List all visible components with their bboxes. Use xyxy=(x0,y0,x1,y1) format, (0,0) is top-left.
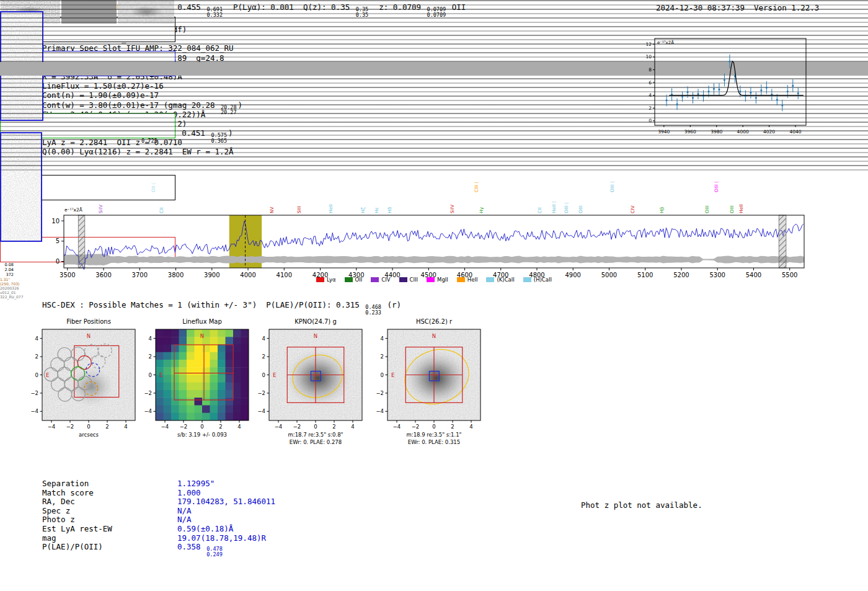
lineflux-cell xyxy=(179,383,187,391)
data-point xyxy=(792,85,794,87)
lineflux-cell xyxy=(179,413,187,421)
lineflux-cell xyxy=(187,367,195,375)
photz-note: Phot z plot not available. xyxy=(581,500,702,510)
lineflux-cell xyxy=(164,398,172,406)
lineflux-cell xyxy=(210,337,218,345)
x-tick-label: 0 xyxy=(314,424,317,430)
data-point xyxy=(781,105,783,107)
legend-item: CIII xyxy=(399,277,418,283)
emission-line-label: Hδ xyxy=(387,207,392,213)
legend-swatch xyxy=(371,277,379,282)
ifu-extent-square xyxy=(74,345,119,397)
x-tick-label: 2 xyxy=(105,424,108,430)
emission-line-label: Hβ xyxy=(659,207,665,213)
legend-item: (K)CaII xyxy=(486,277,514,283)
text-segment: (r) xyxy=(383,300,401,309)
lineflux-cell xyxy=(179,345,187,353)
lineflux-cell xyxy=(179,398,187,406)
match-table: Separation1.12995"Match score1.000RA, De… xyxy=(42,479,275,551)
lineflux-cell xyxy=(195,337,203,345)
x-tick-label: 4900 xyxy=(565,272,581,278)
y-tick-label: 0 xyxy=(262,372,265,378)
lineflux-cell xyxy=(233,413,241,421)
lineflux-cell xyxy=(156,329,164,337)
lineflux-cell xyxy=(233,367,241,375)
lineflux-cell xyxy=(226,337,234,345)
y-tick-label: 10 xyxy=(645,54,652,60)
lineflux-cell xyxy=(179,360,187,368)
emission-line-label: OIII xyxy=(729,205,735,213)
lineflux-cell xyxy=(233,406,241,414)
lineflux-cell xyxy=(179,367,187,375)
data-point xyxy=(797,92,799,94)
lineflux-cell xyxy=(164,367,172,375)
y-tick-label: −4 xyxy=(376,408,384,414)
match-table-row: Spec zN/A xyxy=(42,506,275,515)
y-tick-label: −4 xyxy=(144,408,152,414)
y-tick-label: −2 xyxy=(30,390,38,396)
galaxy-blob xyxy=(66,365,118,409)
data-point xyxy=(766,87,768,89)
cutout-title: KPNO(24.7) g xyxy=(294,318,337,325)
fiber-circle xyxy=(71,347,85,361)
y-tick-label: −4 xyxy=(30,408,38,414)
lineflux-cell xyxy=(202,406,210,414)
lineflux-cell xyxy=(241,345,249,353)
match-table-row: RA, Dec179.104283, 51.846011 xyxy=(42,497,275,506)
lineflux-cell xyxy=(241,413,249,421)
lineflux-cell xyxy=(171,329,179,337)
match-table-row: Separation1.12995" xyxy=(42,479,275,488)
emission-line-label: OIII xyxy=(578,205,583,213)
plot-frame xyxy=(655,38,806,125)
cutout-caption: m:18.9 re:3.5" s:1.1" xyxy=(406,432,461,438)
legend-swatch xyxy=(345,277,353,282)
ifu-extent-square xyxy=(405,347,463,403)
x-tick-label: 3940 xyxy=(658,129,670,135)
y-tick-label: 4 xyxy=(149,335,152,342)
lineflux-cell xyxy=(171,345,179,353)
y-tick-label: 2 xyxy=(149,353,152,360)
lineflux-cell xyxy=(187,329,195,337)
lineflux-cell xyxy=(233,375,241,383)
y-tick-label: −2 xyxy=(376,390,384,396)
legend-swatch xyxy=(316,277,324,282)
legend-label: (K)CaII xyxy=(497,277,514,283)
lineflux-cell xyxy=(241,352,249,360)
lineflux-cell xyxy=(210,383,218,391)
match-table-row: P(LAE)/P(OII)0.358 0.4780.249 xyxy=(42,542,275,551)
gaussian-fit-line xyxy=(669,61,804,96)
lineflux-cell xyxy=(171,383,179,391)
cutout-caption: arcsecs xyxy=(79,432,99,438)
y-tick-label: 6 xyxy=(649,80,652,86)
line-fit-plot: 394039603980400040204040024681012e⁻¹⁷x2Å xyxy=(644,31,817,146)
lineflux-cell xyxy=(187,345,195,353)
lineflux-cell xyxy=(164,352,172,360)
lineflux-cell xyxy=(164,329,172,337)
legend-label: CIV xyxy=(381,277,390,283)
lineflux-cell xyxy=(218,337,226,345)
stacked-uncertainty: 0.4780.249 xyxy=(206,546,223,558)
cutout-lineflux: NE−4−4−2−2002244Lineflux Maps/b: 3.19 +/… xyxy=(134,315,261,448)
x-tick-label: 3800 xyxy=(168,272,184,278)
x-tick-label: 5000 xyxy=(601,272,617,278)
lineflux-cell xyxy=(218,352,226,360)
fiber-circle xyxy=(64,357,78,371)
lineflux-cell xyxy=(218,375,226,383)
lineflux-cell xyxy=(195,383,203,391)
data-point xyxy=(698,93,699,95)
lineflux-cell xyxy=(233,398,241,406)
lineflux-cell xyxy=(202,360,210,368)
x-tick-label: −2 xyxy=(412,424,420,430)
legend-item: Lyα xyxy=(316,277,336,283)
text-segment: N/A xyxy=(177,515,192,524)
lineflux-cell xyxy=(226,375,234,383)
emission-line-label: SiIV xyxy=(450,204,455,213)
legend-swatch xyxy=(486,277,494,282)
lineflux-cell xyxy=(218,398,226,406)
match-table-value: 19.07(18.78,19.48)R xyxy=(177,533,266,543)
x-tick-label: 0 xyxy=(432,424,435,430)
match-table-value: N/A xyxy=(177,506,192,515)
emission-line-label: CII xyxy=(159,207,164,213)
lineflux-cell xyxy=(233,383,241,391)
masked-region xyxy=(78,215,84,268)
